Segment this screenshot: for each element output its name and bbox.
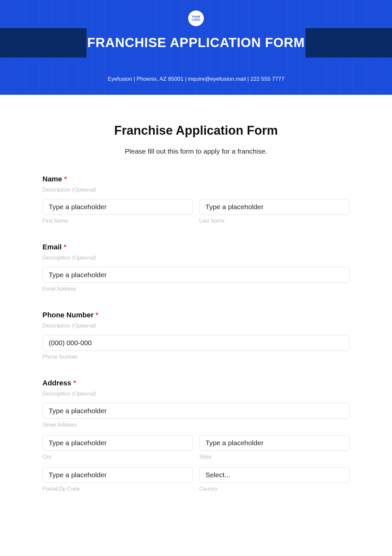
country-select[interactable] <box>199 467 350 483</box>
label-phone: Phone Number * <box>42 311 350 319</box>
sublabel-state: State <box>199 454 350 460</box>
desc-phone: Description (Optional) <box>42 323 350 329</box>
sublabel-email: Email Address <box>42 286 350 292</box>
label-name: Name * <box>42 175 350 183</box>
label-name-text: Name <box>42 175 62 183</box>
postal-input[interactable] <box>42 467 193 483</box>
sublabel-city: City <box>42 454 193 460</box>
city-input[interactable] <box>42 435 193 451</box>
desc-name: Description (Optional) <box>42 187 350 193</box>
required-mark: * <box>96 311 99 319</box>
form-container: Franchise Application Form Please fill o… <box>0 95 392 537</box>
sublabel-street: Street Address <box>42 422 350 428</box>
label-email-text: Email <box>42 243 62 251</box>
label-address-text: Address <box>42 379 71 387</box>
label-email: Email * <box>42 243 350 251</box>
label-address: Address * <box>42 379 350 387</box>
form-subtitle: Please fill out this form to apply for a… <box>42 147 350 155</box>
last-name-input[interactable] <box>199 199 350 215</box>
required-mark: * <box>73 379 76 387</box>
sublabel-country: Country <box>199 486 350 492</box>
logo-text: YOUR LOGO <box>188 15 204 21</box>
field-group-phone: Phone Number * Description (Optional) Ph… <box>42 311 350 360</box>
field-group-name: Name * Description (Optional) First Name… <box>42 175 350 224</box>
required-mark: * <box>64 243 67 251</box>
label-phone-text: Phone Number <box>42 311 93 319</box>
email-input[interactable] <box>42 267 350 283</box>
field-group-email: Email * Description (Optional) Email Add… <box>42 243 350 292</box>
header-banner: YOUR LOGO FRANCHISE APPLICATION FORM Eye… <box>0 0 392 95</box>
state-input[interactable] <box>199 435 350 451</box>
first-name-input[interactable] <box>42 199 193 215</box>
desc-address: Description (Optional) <box>42 391 350 397</box>
form-title: Franchise Application Form <box>42 124 350 138</box>
sublabel-last-name: Last Name <box>199 218 350 224</box>
logo-placeholder: YOUR LOGO <box>188 10 204 26</box>
street-address-input[interactable] <box>42 403 350 419</box>
sublabel-first-name: First Name <box>42 218 193 224</box>
phone-input[interactable] <box>42 335 350 351</box>
sublabel-phone: Phone Number <box>42 354 350 360</box>
header-contact-line: Eyefusion | Phoenix, AZ 85001 | inquire@… <box>0 76 392 82</box>
header-title: FRANCHISE APPLICATION FORM <box>0 35 392 50</box>
desc-email: Description (Optional) <box>42 255 350 261</box>
sublabel-postal: Postal/Zip Code <box>42 486 193 492</box>
required-mark: * <box>64 175 67 183</box>
field-group-address: Address * Description (Optional) Street … <box>42 379 350 492</box>
